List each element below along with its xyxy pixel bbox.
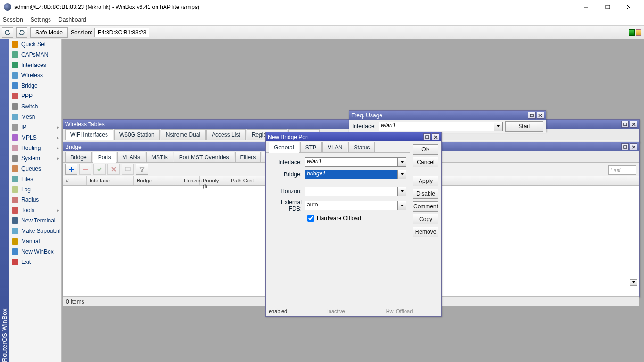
new-bridge-port-titlebar[interactable]: New Bridge Port [266,132,441,141]
dropdown-icon[interactable] [398,170,406,179]
sidebar-item-files[interactable]: Files [9,174,61,184]
close-icon[interactable] [432,133,439,140]
tab-wifi-interfaces[interactable]: WiFi Interfaces [65,129,113,140]
remove-button[interactable] [79,164,91,175]
comment-button[interactable]: Comment [413,201,438,212]
sidebar-item-routing[interactable]: Routing▸ [9,143,61,153]
add-button[interactable] [65,164,77,175]
sidebar-item-switch[interactable]: Switch [9,101,61,112]
tab-filters[interactable]: Filters [235,152,261,162]
restore-icon[interactable] [528,112,536,119]
sidebar-icon [12,114,18,120]
dropdown-icon[interactable] [398,187,406,196]
interface-input[interactable]: wlan1 [305,157,398,167]
tab-vlans[interactable]: VLANs [117,152,145,162]
tab-nstreme-dual[interactable]: Nstreme Dual [161,129,206,140]
sidebar-icon [12,93,18,99]
tab-bridge[interactable]: Bridge [65,152,92,162]
sidebar-item-tools[interactable]: Tools▸ [9,205,61,215]
sidebar-icon [12,51,18,58]
restore-icon[interactable] [423,133,431,140]
sidebar-item-bridge[interactable]: Bridge [9,81,61,91]
column-header[interactable]: Bridge [134,176,181,185]
freq-usage-window[interactable]: Freq. Usage Interface: wlan1 Start [349,110,546,132]
sidebar-item-interfaces[interactable]: Interfaces [9,60,61,70]
restore-icon[interactable] [621,143,629,150]
tab-mstis[interactable]: MSTIs [146,152,173,162]
filter-button[interactable] [136,164,148,175]
column-header[interactable]: Horizon [181,176,200,185]
sidebar-item-ip[interactable]: IP▸ [9,122,61,132]
disable-button[interactable] [107,164,120,175]
horizon-input[interactable] [305,187,398,196]
tab-status[interactable]: Status [348,142,375,152]
sidebar-item-label: New WinBox [21,248,54,255]
menu-session[interactable]: Session [3,16,23,23]
disable-button[interactable]: Disable [413,189,438,199]
ok-button[interactable]: OK [413,144,438,155]
sidebar-item-label: Mesh [21,114,35,120]
sidebar-item-ppp[interactable]: PPP [9,91,61,101]
column-header[interactable]: Interface [87,176,134,185]
sidebar-item-exit[interactable]: Exit [9,257,61,267]
find-input[interactable]: Find [608,165,636,175]
sidebar-item-log[interactable]: Log [9,184,61,195]
close-icon[interactable] [630,143,637,150]
dropdown-icon[interactable] [494,122,503,131]
sidebar-item-make-supout-rif[interactable]: Make Supout.rif [9,226,61,236]
tab-access-list[interactable]: Access List [206,129,246,140]
external-fdb-input[interactable]: auto [305,201,398,210]
remove-button[interactable]: Remove [413,227,438,237]
dropdown-icon[interactable] [398,157,406,167]
sidebar-item-wireless[interactable]: Wireless [9,70,61,81]
close-button[interactable] [619,0,640,14]
sidebar-item-label: Files [21,176,33,182]
sidebar: Quick SetCAPsMANInterfacesWirelessBridge… [9,39,62,362]
sidebar-item-mesh[interactable]: Mesh [9,112,61,122]
sidebar-item-capsman[interactable]: CAPsMAN [9,49,61,60]
chevron-right-icon: ▸ [57,125,59,130]
menu-settings[interactable]: Settings [31,16,51,23]
comment-button[interactable] [122,164,134,175]
sidebar-item-new-winbox[interactable]: New WinBox [9,247,61,257]
restore-icon[interactable] [621,121,629,128]
sidebar-item-queues[interactable]: Queues [9,164,61,174]
column-header[interactable]: Priority (h [200,176,228,185]
sidebar-item-radius[interactable]: Radius [9,195,61,205]
dropdown-icon[interactable] [398,201,406,210]
apply-button[interactable]: Apply [413,176,438,186]
tab-stp[interactable]: STP [300,142,322,152]
menu-dashboard[interactable]: Dashboard [58,16,86,23]
new-bridge-port-tabs: GeneralSTPVLANStatus [266,141,410,153]
tab-port-mst-overrides[interactable]: Port MST Overrides [174,152,234,162]
sidebar-item-quick-set[interactable]: Quick Set [9,39,61,49]
minimize-button[interactable] [575,0,597,14]
freq-interface-input[interactable]: wlan1 [379,122,494,131]
start-button[interactable]: Start [505,121,543,132]
tab-general[interactable]: General [269,142,299,153]
bridge-input[interactable]: bridge1 [305,170,398,179]
new-bridge-port-dialog[interactable]: New Bridge Port GeneralSTPVLANStatus Int… [265,132,442,317]
sidebar-item-system[interactable]: System▸ [9,153,61,164]
close-icon[interactable] [537,112,544,119]
column-header[interactable]: Path Cost [228,176,266,185]
close-icon[interactable] [630,121,637,128]
cancel-button[interactable]: Cancel [413,157,438,167]
sidebar-item-mpls[interactable]: MPLS▸ [9,132,61,143]
column-header[interactable]: # [63,176,87,185]
freq-usage-titlebar[interactable]: Freq. Usage [349,111,546,120]
svg-rect-0 [606,5,610,9]
redo-button[interactable] [16,27,27,38]
tab-w60g-station[interactable]: W60G Station [114,129,160,140]
tab-ports[interactable]: Ports [93,152,116,163]
maximize-button[interactable] [597,0,619,14]
hardware-offload-checkbox[interactable] [307,215,314,222]
undo-button[interactable] [2,27,13,38]
dropdown-icon[interactable] [630,279,637,286]
enable-button[interactable] [93,164,106,175]
tab-vlan[interactable]: VLAN [322,142,347,152]
sidebar-item-new-terminal[interactable]: New Terminal [9,215,61,226]
safe-mode-button[interactable]: Safe Mode [30,27,68,38]
copy-button[interactable]: Copy [413,214,438,224]
sidebar-item-manual[interactable]: Manual [9,236,61,247]
